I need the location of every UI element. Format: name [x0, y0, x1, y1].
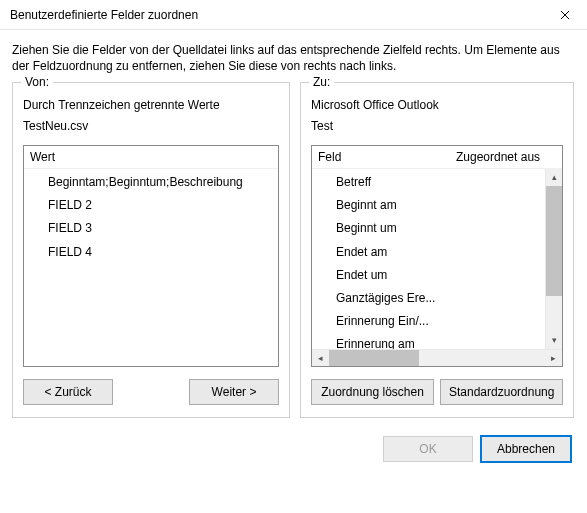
- scroll-right-icon[interactable]: ▸: [545, 350, 562, 366]
- target-header-mapped: Zugeordnet aus: [456, 150, 556, 164]
- instructions-text: Ziehen Sie die Felder von der Quelldatei…: [0, 30, 587, 82]
- panels: Von: Durch Trennzeichen getrennte Werte …: [0, 82, 587, 418]
- scroll-thumb[interactable]: [329, 350, 419, 366]
- source-list-items: Beginntam;Beginntum;Beschreibung FIELD 2…: [24, 169, 278, 366]
- target-legend: Zu:: [309, 75, 334, 89]
- list-item[interactable]: Beginnt um: [312, 217, 545, 240]
- source-file: TestNeu.csv: [23, 118, 279, 135]
- list-item[interactable]: FIELD 4: [24, 241, 278, 264]
- list-item[interactable]: Beginntam;Beginntum;Beschreibung: [24, 171, 278, 194]
- source-fieldset: Von: Durch Trennzeichen getrennte Werte …: [12, 82, 290, 418]
- close-icon: [560, 10, 570, 20]
- scroll-track[interactable]: [419, 350, 545, 366]
- scroll-left-icon[interactable]: ◂: [312, 350, 329, 366]
- list-item[interactable]: Endet um: [312, 264, 545, 287]
- close-button[interactable]: [542, 0, 587, 30]
- source-type: Durch Trennzeichen getrennte Werte: [23, 97, 279, 114]
- target-type: Microsoft Office Outlook: [311, 97, 563, 114]
- cancel-button[interactable]: Abbrechen: [481, 436, 571, 462]
- scroll-track[interactable]: [546, 296, 562, 332]
- list-item[interactable]: FIELD 3: [24, 217, 278, 240]
- list-item[interactable]: Ganztägiges Ere...: [312, 287, 545, 310]
- list-item[interactable]: FIELD 2: [24, 194, 278, 217]
- titlebar: Benutzerdefinierte Felder zuordnen: [0, 0, 587, 30]
- dialog-footer: OK Abbrechen: [0, 418, 587, 472]
- window-title: Benutzerdefinierte Felder zuordnen: [10, 8, 198, 22]
- list-item[interactable]: Beginnt am: [312, 194, 545, 217]
- list-item[interactable]: Erinnerung am: [312, 333, 545, 349]
- scroll-up-icon[interactable]: ▴: [546, 169, 562, 186]
- scroll-thumb[interactable]: [546, 186, 562, 296]
- target-listbox[interactable]: Feld Zugeordnet aus Betreff Beginnt am B…: [311, 145, 563, 367]
- target-folder: Test: [311, 118, 563, 135]
- target-list-header: Feld Zugeordnet aus: [312, 146, 562, 169]
- target-fieldset: Zu: Microsoft Office Outlook Test Feld Z…: [300, 82, 574, 418]
- source-button-row: < Zurück Weiter >: [23, 379, 279, 405]
- list-item[interactable]: Betreff: [312, 171, 545, 194]
- target-button-row: Zuordnung löschen Standardzuordnung: [311, 379, 563, 405]
- default-mapping-button[interactable]: Standardzuordnung: [440, 379, 563, 405]
- ok-button: OK: [383, 436, 473, 462]
- next-button[interactable]: Weiter >: [189, 379, 279, 405]
- back-button[interactable]: < Zurück: [23, 379, 113, 405]
- vertical-scrollbar[interactable]: ▴ ▾: [545, 169, 562, 349]
- target-header-field: Feld: [318, 150, 456, 164]
- scroll-down-icon[interactable]: ▾: [546, 332, 562, 349]
- horizontal-scrollbar[interactable]: ◂ ▸: [312, 349, 562, 366]
- source-list-header: Wert: [24, 146, 278, 169]
- list-item[interactable]: Endet am: [312, 241, 545, 264]
- clear-mapping-button[interactable]: Zuordnung löschen: [311, 379, 434, 405]
- source-legend: Von:: [21, 75, 53, 89]
- source-listbox[interactable]: Wert Beginntam;Beginntum;Beschreibung FI…: [23, 145, 279, 367]
- source-header-col: Wert: [30, 150, 272, 164]
- list-item[interactable]: Erinnerung Ein/...: [312, 310, 545, 333]
- target-list-items: Betreff Beginnt am Beginnt um Endet am E…: [312, 169, 545, 349]
